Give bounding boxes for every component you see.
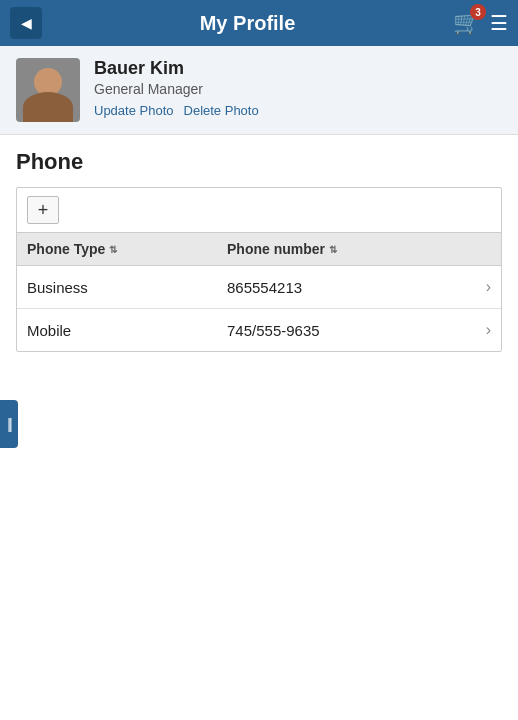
column-phone-type[interactable]: Phone Type ⇅: [27, 241, 227, 257]
add-phone-button[interactable]: +: [27, 196, 59, 224]
chevron-right-icon: ›: [486, 321, 491, 339]
row-type-business: Business: [27, 279, 227, 296]
col-type-label: Phone Type: [27, 241, 105, 257]
table-row[interactable]: Mobile 745/555-9635 ›: [17, 309, 501, 351]
delete-photo-link[interactable]: Delete Photo: [184, 103, 259, 118]
side-handle[interactable]: ||: [0, 400, 18, 448]
profile-name: Bauer Kim: [94, 58, 259, 79]
photo-links: Update Photo Delete Photo: [94, 103, 259, 118]
header: My Profile 🛒 3 ☰: [0, 0, 518, 46]
back-button[interactable]: [10, 7, 42, 39]
menu-button[interactable]: ☰: [490, 11, 508, 35]
row-number-mobile: 745/555-9635: [227, 322, 486, 339]
table-header: Phone Type ⇅ Phone number ⇅: [17, 233, 501, 266]
phone-heading: Phone: [16, 149, 502, 175]
page-title: My Profile: [42, 12, 453, 35]
sort-type-icon: ⇅: [109, 244, 117, 255]
phone-table: + Phone Type ⇅ Phone number ⇅ Business 8…: [16, 187, 502, 352]
cart-button[interactable]: 🛒 3: [453, 10, 480, 36]
cart-badge: 3: [470, 4, 486, 20]
update-photo-link[interactable]: Update Photo: [94, 103, 174, 118]
row-number-business: 865554213: [227, 279, 486, 296]
avatar-image: [16, 58, 80, 122]
row-type-mobile: Mobile: [27, 322, 227, 339]
add-phone-row: +: [17, 188, 501, 233]
profile-role: General Manager: [94, 81, 259, 97]
profile-section: Bauer Kim General Manager Update Photo D…: [0, 46, 518, 135]
chevron-right-icon: ›: [486, 278, 491, 296]
col-number-label: Phone number: [227, 241, 325, 257]
sort-number-icon: ⇅: [329, 244, 337, 255]
table-row[interactable]: Business 865554213 ›: [17, 266, 501, 309]
profile-info: Bauer Kim General Manager Update Photo D…: [94, 58, 259, 118]
header-actions: 🛒 3 ☰: [453, 10, 508, 36]
avatar: [16, 58, 80, 122]
phone-section: Phone + Phone Type ⇅ Phone number ⇅ Busi…: [0, 135, 518, 352]
column-phone-number[interactable]: Phone number ⇅: [227, 241, 491, 257]
side-handle-icon: ||: [7, 416, 10, 432]
